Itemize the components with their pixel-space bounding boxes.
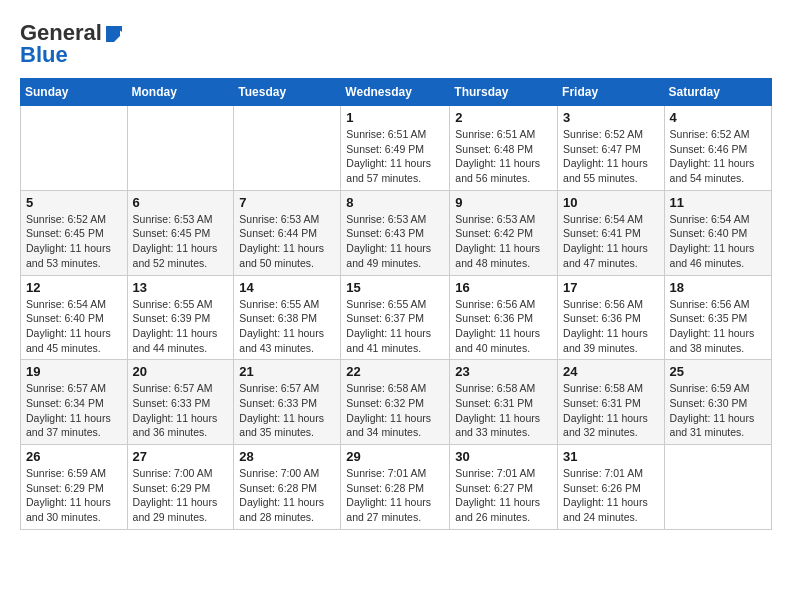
- day-info: Sunrise: 6:55 AM Sunset: 6:38 PM Dayligh…: [239, 297, 335, 356]
- calendar-cell: 13Sunrise: 6:55 AM Sunset: 6:39 PM Dayli…: [127, 275, 234, 360]
- day-info: Sunrise: 6:52 AM Sunset: 6:45 PM Dayligh…: [26, 212, 122, 271]
- day-info: Sunrise: 7:00 AM Sunset: 6:29 PM Dayligh…: [133, 466, 229, 525]
- header: General Blue: [20, 20, 772, 68]
- day-info: Sunrise: 6:53 AM Sunset: 6:43 PM Dayligh…: [346, 212, 444, 271]
- calendar-header-row: SundayMondayTuesdayWednesdayThursdayFrid…: [21, 79, 772, 106]
- logo-blue: Blue: [20, 42, 68, 68]
- day-info: Sunrise: 6:53 AM Sunset: 6:42 PM Dayligh…: [455, 212, 552, 271]
- day-info: Sunrise: 7:01 AM Sunset: 6:27 PM Dayligh…: [455, 466, 552, 525]
- day-number: 19: [26, 364, 122, 379]
- day-number: 22: [346, 364, 444, 379]
- day-info: Sunrise: 6:55 AM Sunset: 6:37 PM Dayligh…: [346, 297, 444, 356]
- day-number: 28: [239, 449, 335, 464]
- calendar-cell: 28Sunrise: 7:00 AM Sunset: 6:28 PM Dayli…: [234, 445, 341, 530]
- calendar-cell: 11Sunrise: 6:54 AM Sunset: 6:40 PM Dayli…: [664, 190, 771, 275]
- calendar-week-2: 5Sunrise: 6:52 AM Sunset: 6:45 PM Daylig…: [21, 190, 772, 275]
- calendar-cell: 7Sunrise: 6:53 AM Sunset: 6:44 PM Daylig…: [234, 190, 341, 275]
- weekday-header-sunday: Sunday: [21, 79, 128, 106]
- calendar-cell: 12Sunrise: 6:54 AM Sunset: 6:40 PM Dayli…: [21, 275, 128, 360]
- weekday-header-saturday: Saturday: [664, 79, 771, 106]
- calendar-cell: 27Sunrise: 7:00 AM Sunset: 6:29 PM Dayli…: [127, 445, 234, 530]
- logo: General Blue: [20, 20, 122, 68]
- day-info: Sunrise: 6:54 AM Sunset: 6:40 PM Dayligh…: [26, 297, 122, 356]
- calendar-cell: 2Sunrise: 6:51 AM Sunset: 6:48 PM Daylig…: [450, 106, 558, 191]
- day-number: 2: [455, 110, 552, 125]
- calendar-week-1: 1Sunrise: 6:51 AM Sunset: 6:49 PM Daylig…: [21, 106, 772, 191]
- day-info: Sunrise: 6:55 AM Sunset: 6:39 PM Dayligh…: [133, 297, 229, 356]
- calendar-week-5: 26Sunrise: 6:59 AM Sunset: 6:29 PM Dayli…: [21, 445, 772, 530]
- day-info: Sunrise: 6:56 AM Sunset: 6:35 PM Dayligh…: [670, 297, 766, 356]
- day-info: Sunrise: 6:53 AM Sunset: 6:45 PM Dayligh…: [133, 212, 229, 271]
- calendar-cell: 3Sunrise: 6:52 AM Sunset: 6:47 PM Daylig…: [558, 106, 665, 191]
- weekday-header-monday: Monday: [127, 79, 234, 106]
- day-number: 10: [563, 195, 659, 210]
- day-info: Sunrise: 6:51 AM Sunset: 6:48 PM Dayligh…: [455, 127, 552, 186]
- day-info: Sunrise: 6:54 AM Sunset: 6:41 PM Dayligh…: [563, 212, 659, 271]
- day-info: Sunrise: 6:58 AM Sunset: 6:32 PM Dayligh…: [346, 381, 444, 440]
- day-info: Sunrise: 6:54 AM Sunset: 6:40 PM Dayligh…: [670, 212, 766, 271]
- calendar-cell: 21Sunrise: 6:57 AM Sunset: 6:33 PM Dayli…: [234, 360, 341, 445]
- day-number: 11: [670, 195, 766, 210]
- day-info: Sunrise: 7:01 AM Sunset: 6:26 PM Dayligh…: [563, 466, 659, 525]
- calendar-cell: 24Sunrise: 6:58 AM Sunset: 6:31 PM Dayli…: [558, 360, 665, 445]
- day-number: 4: [670, 110, 766, 125]
- calendar-cell: 4Sunrise: 6:52 AM Sunset: 6:46 PM Daylig…: [664, 106, 771, 191]
- calendar-cell: [21, 106, 128, 191]
- day-info: Sunrise: 6:59 AM Sunset: 6:29 PM Dayligh…: [26, 466, 122, 525]
- calendar-cell: 10Sunrise: 6:54 AM Sunset: 6:41 PM Dayli…: [558, 190, 665, 275]
- day-number: 3: [563, 110, 659, 125]
- calendar-cell: 1Sunrise: 6:51 AM Sunset: 6:49 PM Daylig…: [341, 106, 450, 191]
- day-info: Sunrise: 6:52 AM Sunset: 6:47 PM Dayligh…: [563, 127, 659, 186]
- calendar-cell: 20Sunrise: 6:57 AM Sunset: 6:33 PM Dayli…: [127, 360, 234, 445]
- day-number: 15: [346, 280, 444, 295]
- calendar-cell: 18Sunrise: 6:56 AM Sunset: 6:35 PM Dayli…: [664, 275, 771, 360]
- day-number: 16: [455, 280, 552, 295]
- day-number: 26: [26, 449, 122, 464]
- calendar-cell: [127, 106, 234, 191]
- day-number: 31: [563, 449, 659, 464]
- day-info: Sunrise: 6:57 AM Sunset: 6:33 PM Dayligh…: [239, 381, 335, 440]
- day-info: Sunrise: 6:57 AM Sunset: 6:33 PM Dayligh…: [133, 381, 229, 440]
- calendar-cell: 19Sunrise: 6:57 AM Sunset: 6:34 PM Dayli…: [21, 360, 128, 445]
- day-number: 14: [239, 280, 335, 295]
- day-number: 29: [346, 449, 444, 464]
- calendar-week-3: 12Sunrise: 6:54 AM Sunset: 6:40 PM Dayli…: [21, 275, 772, 360]
- day-number: 7: [239, 195, 335, 210]
- day-number: 24: [563, 364, 659, 379]
- calendar-cell: 14Sunrise: 6:55 AM Sunset: 6:38 PM Dayli…: [234, 275, 341, 360]
- day-number: 23: [455, 364, 552, 379]
- day-number: 5: [26, 195, 122, 210]
- day-info: Sunrise: 6:57 AM Sunset: 6:34 PM Dayligh…: [26, 381, 122, 440]
- calendar-cell: 8Sunrise: 6:53 AM Sunset: 6:43 PM Daylig…: [341, 190, 450, 275]
- calendar-cell: 16Sunrise: 6:56 AM Sunset: 6:36 PM Dayli…: [450, 275, 558, 360]
- calendar-cell: 5Sunrise: 6:52 AM Sunset: 6:45 PM Daylig…: [21, 190, 128, 275]
- day-info: Sunrise: 7:00 AM Sunset: 6:28 PM Dayligh…: [239, 466, 335, 525]
- calendar-cell: 22Sunrise: 6:58 AM Sunset: 6:32 PM Dayli…: [341, 360, 450, 445]
- calendar-cell: [664, 445, 771, 530]
- calendar-cell: 26Sunrise: 6:59 AM Sunset: 6:29 PM Dayli…: [21, 445, 128, 530]
- day-info: Sunrise: 6:56 AM Sunset: 6:36 PM Dayligh…: [455, 297, 552, 356]
- day-number: 27: [133, 449, 229, 464]
- weekday-header-thursday: Thursday: [450, 79, 558, 106]
- weekday-header-tuesday: Tuesday: [234, 79, 341, 106]
- calendar-cell: 15Sunrise: 6:55 AM Sunset: 6:37 PM Dayli…: [341, 275, 450, 360]
- day-number: 17: [563, 280, 659, 295]
- day-info: Sunrise: 6:58 AM Sunset: 6:31 PM Dayligh…: [563, 381, 659, 440]
- day-info: Sunrise: 6:58 AM Sunset: 6:31 PM Dayligh…: [455, 381, 552, 440]
- calendar-cell: 31Sunrise: 7:01 AM Sunset: 6:26 PM Dayli…: [558, 445, 665, 530]
- day-number: 18: [670, 280, 766, 295]
- calendar-table: SundayMondayTuesdayWednesdayThursdayFrid…: [20, 78, 772, 530]
- day-number: 20: [133, 364, 229, 379]
- calendar-cell: [234, 106, 341, 191]
- day-info: Sunrise: 6:56 AM Sunset: 6:36 PM Dayligh…: [563, 297, 659, 356]
- weekday-header-wednesday: Wednesday: [341, 79, 450, 106]
- calendar-cell: 17Sunrise: 6:56 AM Sunset: 6:36 PM Dayli…: [558, 275, 665, 360]
- calendar-cell: 9Sunrise: 6:53 AM Sunset: 6:42 PM Daylig…: [450, 190, 558, 275]
- day-number: 6: [133, 195, 229, 210]
- day-info: Sunrise: 7:01 AM Sunset: 6:28 PM Dayligh…: [346, 466, 444, 525]
- logo-bird-icon: [104, 24, 122, 42]
- day-info: Sunrise: 6:53 AM Sunset: 6:44 PM Dayligh…: [239, 212, 335, 271]
- calendar-cell: 25Sunrise: 6:59 AM Sunset: 6:30 PM Dayli…: [664, 360, 771, 445]
- day-number: 9: [455, 195, 552, 210]
- day-number: 21: [239, 364, 335, 379]
